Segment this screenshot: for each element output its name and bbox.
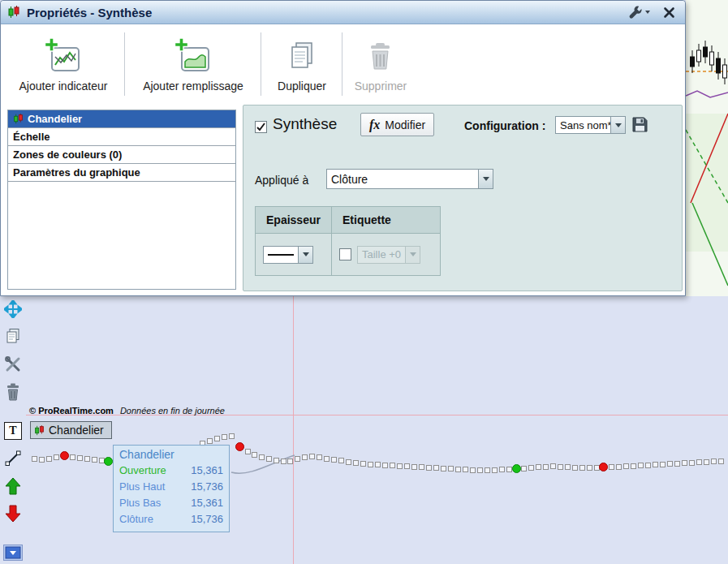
tooltip-row-value: 15,361 (191, 463, 223, 479)
price-point (638, 463, 644, 468)
list-item-chandelier[interactable]: Chandelier (8, 110, 235, 128)
add-fill-button[interactable]: Ajouter remplissage (129, 37, 257, 93)
modify-formula-button[interactable]: fx Modifier (360, 113, 434, 136)
tooltip-row-label: Plus Haut (119, 479, 165, 495)
save-configuration-button[interactable] (631, 116, 648, 133)
price-point (390, 463, 395, 468)
price-point (309, 454, 315, 459)
price-point (214, 436, 220, 441)
price-point (660, 462, 666, 467)
price-point (302, 454, 308, 460)
text-tool-button[interactable]: T (2, 420, 24, 441)
price-point (711, 459, 717, 464)
price-point (99, 458, 105, 463)
configuration-dropdown[interactable]: Sans nom* (555, 116, 626, 134)
price-point (594, 465, 600, 471)
price-point (572, 465, 578, 471)
price-point (631, 463, 636, 469)
price-point (565, 464, 571, 470)
chevron-down-icon (483, 177, 489, 181)
copy-icon (5, 328, 21, 344)
price-point (543, 464, 549, 470)
price-point (382, 463, 388, 468)
toolbar-separator (261, 32, 261, 96)
dropdown-arrow-button[interactable] (298, 247, 312, 263)
synthesis-name: Synthèse (273, 115, 337, 133)
tooltip-row-value: 15,361 (191, 495, 223, 511)
add-fill-label: Ajouter remplissage (129, 80, 257, 93)
price-tooltip: Chandelier Ouverture 15,361 Plus Haut 15… (113, 445, 230, 532)
price-point (46, 456, 52, 462)
add-fill-icon (129, 37, 257, 76)
line-tool-button[interactable] (2, 448, 24, 469)
price-point (587, 465, 592, 471)
price-point (338, 458, 344, 463)
configuration-value: Sans nom* (556, 119, 610, 131)
add-indicator-button[interactable]: Ajouter indicateur (6, 37, 121, 93)
price-point (346, 459, 351, 465)
chart-area[interactable]: © ProRealTime.com Données en fin de jour… (0, 296, 728, 564)
line-style-dropdown[interactable] (263, 246, 313, 264)
price-point (84, 456, 90, 462)
delete-button[interactable]: Supprimer (347, 37, 415, 93)
up-arrow-icon (5, 477, 21, 495)
price-point (550, 463, 556, 469)
data-note: Données en fin de journée (120, 406, 225, 415)
copyright-text: © ProRealTime.com (29, 406, 114, 415)
price-point (426, 465, 432, 471)
label-size-dropdown[interactable]: Taille +0 (357, 246, 420, 264)
move-tool-button[interactable] (2, 299, 24, 320)
list-item-label: Paramètres du graphique (13, 166, 140, 179)
candlestick-icon (34, 425, 45, 436)
sell-arrow-tool-button[interactable] (2, 503, 24, 524)
price-point (70, 454, 75, 460)
dialog-tools-menu-button[interactable] (627, 5, 650, 19)
list-item-parametres-graphique[interactable]: Paramètres du graphique (8, 164, 235, 182)
chart-footnote: © ProRealTime.com Données en fin de jour… (29, 406, 225, 415)
close-icon[interactable] (663, 6, 675, 19)
price-point (506, 467, 512, 472)
dropdown-arrow-button[interactable] (478, 170, 493, 188)
synthesis-checkbox[interactable] (255, 121, 267, 133)
duplicate-button[interactable]: Dupliquer (265, 37, 338, 93)
price-point (39, 457, 45, 463)
label-checkbox[interactable] (339, 248, 351, 260)
price-point (499, 467, 505, 472)
price-point (521, 466, 527, 471)
price-point (207, 438, 213, 444)
dropdown-arrow-button[interactable] (610, 117, 625, 133)
line-sample-icon (264, 254, 298, 256)
price-point (54, 454, 59, 460)
red-signal-dot (60, 451, 69, 460)
label-header: Etiquette (332, 207, 441, 234)
buy-arrow-tool-button[interactable] (2, 476, 24, 497)
price-point (274, 458, 279, 463)
price-point (375, 462, 381, 467)
more-tools-dropdown-button[interactable] (2, 542, 24, 563)
delete-tool-button[interactable] (2, 381, 24, 403)
price-point (433, 465, 439, 471)
applied-to-dropdown[interactable]: Clôture (326, 169, 493, 189)
price-point (245, 449, 251, 454)
copy-tool-button[interactable] (2, 325, 24, 347)
price-point (704, 459, 709, 465)
price-point (455, 467, 461, 472)
list-item-label: Chandelier (28, 113, 82, 125)
tooltip-row: Plus Bas 15,361 (119, 495, 223, 511)
price-point (579, 465, 585, 471)
list-item-zones-de-couleurs[interactable]: Zones de couleurs (0) (8, 146, 235, 164)
price-point (492, 467, 498, 473)
dialog-titlebar[interactable]: Propriétés - Synthèse (1, 1, 685, 24)
settings-tools-button[interactable] (2, 354, 24, 375)
price-point (682, 460, 687, 466)
configuration-label: Configuration : (464, 119, 545, 132)
price-point (558, 464, 563, 470)
add-indicator-label: Ajouter indicateur (6, 80, 121, 93)
properties-list: Chandelier Échelle Zones de couleurs (0)… (7, 110, 236, 290)
list-item-echelle[interactable]: Échelle (8, 128, 235, 146)
crosshair-vertical-line (293, 296, 294, 564)
series-chip[interactable]: Chandelier (30, 421, 112, 439)
fx-icon: fx (369, 118, 380, 132)
price-point (448, 466, 454, 471)
price-point (485, 467, 490, 473)
